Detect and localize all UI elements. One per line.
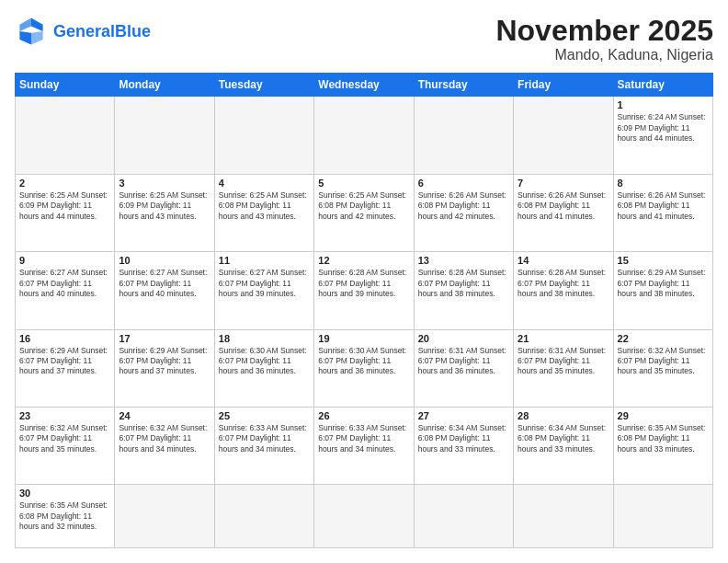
logo-text: GeneralBlue (53, 23, 151, 40)
calendar-cell: 9Sunrise: 6:27 AM Sunset: 6:07 PM Daylig… (16, 252, 115, 329)
calendar-cell: 28Sunrise: 6:34 AM Sunset: 6:08 PM Dayli… (514, 408, 613, 485)
calendar-cell: 26Sunrise: 6:33 AM Sunset: 6:07 PM Dayli… (314, 408, 414, 485)
day-header-friday: Friday (514, 74, 613, 97)
day-number: 14 (518, 255, 609, 266)
day-info: Sunrise: 6:33 AM Sunset: 6:07 PM Dayligh… (318, 423, 409, 454)
calendar-cell: 27Sunrise: 6:34 AM Sunset: 6:08 PM Dayli… (414, 408, 513, 485)
day-info: Sunrise: 6:26 AM Sunset: 6:08 PM Dayligh… (418, 190, 509, 222)
day-number: 25 (219, 410, 310, 421)
calendar-row-5: 30Sunrise: 6:35 AM Sunset: 6:08 PM Dayli… (16, 485, 713, 548)
calendar-cell: 29Sunrise: 6:35 AM Sunset: 6:08 PM Dayli… (613, 408, 712, 485)
day-info: Sunrise: 6:26 AM Sunset: 6:08 PM Dayligh… (518, 190, 609, 222)
day-info: Sunrise: 6:33 AM Sunset: 6:07 PM Dayligh… (219, 423, 310, 454)
day-header-monday: Monday (115, 74, 214, 97)
day-number: 21 (518, 333, 609, 344)
calendar-row-1: 2Sunrise: 6:25 AM Sunset: 6:09 PM Daylig… (16, 174, 713, 251)
calendar-cell: 4Sunrise: 6:25 AM Sunset: 6:08 PM Daylig… (214, 174, 313, 251)
day-number: 1 (618, 99, 709, 110)
day-info: Sunrise: 6:32 AM Sunset: 6:07 PM Dayligh… (618, 346, 709, 377)
day-info: Sunrise: 6:29 AM Sunset: 6:07 PM Dayligh… (119, 346, 210, 377)
calendar-cell (514, 485, 613, 548)
day-info: Sunrise: 6:31 AM Sunset: 6:07 PM Dayligh… (418, 346, 509, 377)
day-info: Sunrise: 6:28 AM Sunset: 6:07 PM Dayligh… (418, 268, 509, 299)
day-info: Sunrise: 6:25 AM Sunset: 6:08 PM Dayligh… (219, 190, 310, 222)
day-header-wednesday: Wednesday (314, 74, 414, 97)
day-info: Sunrise: 6:24 AM Sunset: 6:09 PM Dayligh… (618, 112, 709, 144)
header: GeneralBlue November 2025 Mando, Kaduna,… (15, 15, 713, 63)
day-info: Sunrise: 6:31 AM Sunset: 6:07 PM Dayligh… (518, 346, 609, 377)
day-number: 30 (19, 488, 110, 499)
day-info: Sunrise: 6:35 AM Sunset: 6:08 PM Dayligh… (19, 500, 110, 532)
calendar-cell (514, 97, 613, 174)
month-title: November 2025 (495, 15, 713, 47)
day-info: Sunrise: 6:28 AM Sunset: 6:07 PM Dayligh… (318, 268, 409, 299)
day-number: 22 (618, 333, 709, 344)
calendar-cell (414, 485, 513, 548)
day-number: 4 (219, 178, 310, 189)
day-info: Sunrise: 6:27 AM Sunset: 6:07 PM Dayligh… (219, 268, 310, 299)
calendar-cell: 14Sunrise: 6:28 AM Sunset: 6:07 PM Dayli… (514, 252, 613, 329)
day-number: 29 (618, 410, 709, 421)
day-info: Sunrise: 6:32 AM Sunset: 6:07 PM Dayligh… (19, 423, 110, 454)
day-number: 26 (318, 410, 409, 421)
calendar-row-4: 23Sunrise: 6:32 AM Sunset: 6:07 PM Dayli… (16, 408, 713, 485)
calendar-cell: 23Sunrise: 6:32 AM Sunset: 6:07 PM Dayli… (16, 408, 115, 485)
calendar-cell (16, 97, 115, 174)
day-info: Sunrise: 6:34 AM Sunset: 6:08 PM Dayligh… (418, 423, 509, 454)
day-header-tuesday: Tuesday (214, 74, 313, 97)
calendar-cell: 22Sunrise: 6:32 AM Sunset: 6:07 PM Dayli… (613, 329, 712, 407)
day-info: Sunrise: 6:28 AM Sunset: 6:07 PM Dayligh… (518, 268, 609, 299)
calendar-cell: 1Sunrise: 6:24 AM Sunset: 6:09 PM Daylig… (613, 97, 712, 174)
calendar-cell: 25Sunrise: 6:33 AM Sunset: 6:07 PM Dayli… (214, 408, 313, 485)
calendar-cell: 3Sunrise: 6:25 AM Sunset: 6:09 PM Daylig… (115, 174, 214, 251)
calendar-cell (314, 97, 414, 174)
day-number: 8 (618, 178, 709, 189)
calendar-cell: 20Sunrise: 6:31 AM Sunset: 6:07 PM Dayli… (414, 329, 513, 407)
day-info: Sunrise: 6:34 AM Sunset: 6:08 PM Dayligh… (518, 423, 609, 454)
location-title: Mando, Kaduna, Nigeria (495, 47, 713, 63)
calendar-cell: 15Sunrise: 6:29 AM Sunset: 6:07 PM Dayli… (613, 252, 712, 329)
calendar-cell: 19Sunrise: 6:30 AM Sunset: 6:07 PM Dayli… (314, 329, 414, 407)
day-info: Sunrise: 6:27 AM Sunset: 6:07 PM Dayligh… (19, 268, 110, 299)
day-info: Sunrise: 6:35 AM Sunset: 6:08 PM Dayligh… (618, 423, 709, 454)
day-info: Sunrise: 6:29 AM Sunset: 6:07 PM Dayligh… (19, 346, 110, 377)
day-number: 24 (119, 410, 210, 421)
day-number: 23 (19, 410, 110, 421)
day-number: 18 (219, 333, 310, 344)
calendar-cell: 17Sunrise: 6:29 AM Sunset: 6:07 PM Dayli… (115, 329, 214, 407)
day-header-saturday: Saturday (613, 74, 712, 97)
logo-icon (15, 15, 48, 48)
day-info: Sunrise: 6:30 AM Sunset: 6:07 PM Dayligh… (219, 346, 310, 377)
day-info: Sunrise: 6:29 AM Sunset: 6:07 PM Dayligh… (618, 268, 709, 299)
calendar-row-2: 9Sunrise: 6:27 AM Sunset: 6:07 PM Daylig… (16, 252, 713, 329)
calendar-cell (214, 97, 313, 174)
calendar-cell: 10Sunrise: 6:27 AM Sunset: 6:07 PM Dayli… (115, 252, 214, 329)
calendar-cell: 2Sunrise: 6:25 AM Sunset: 6:09 PM Daylig… (16, 174, 115, 251)
day-info: Sunrise: 6:25 AM Sunset: 6:08 PM Dayligh… (318, 190, 409, 222)
calendar-cell: 13Sunrise: 6:28 AM Sunset: 6:07 PM Dayli… (414, 252, 513, 329)
title-block: November 2025 Mando, Kaduna, Nigeria (495, 15, 713, 63)
calendar-header-row: SundayMondayTuesdayWednesdayThursdayFrid… (16, 74, 713, 97)
day-header-thursday: Thursday (414, 74, 513, 97)
day-number: 13 (418, 255, 509, 266)
day-info: Sunrise: 6:30 AM Sunset: 6:07 PM Dayligh… (318, 346, 409, 377)
day-info: Sunrise: 6:26 AM Sunset: 6:08 PM Dayligh… (618, 190, 709, 222)
page: GeneralBlue November 2025 Mando, Kaduna,… (0, 0, 728, 563)
calendar-cell: 24Sunrise: 6:32 AM Sunset: 6:07 PM Dayli… (115, 408, 214, 485)
day-info: Sunrise: 6:25 AM Sunset: 6:09 PM Dayligh… (19, 190, 110, 222)
day-number: 15 (618, 255, 709, 266)
day-info: Sunrise: 6:27 AM Sunset: 6:07 PM Dayligh… (119, 268, 210, 299)
day-number: 16 (19, 333, 110, 344)
calendar: SundayMondayTuesdayWednesdayThursdayFrid… (15, 73, 713, 548)
day-number: 12 (318, 255, 409, 266)
day-number: 20 (418, 333, 509, 344)
logo: GeneralBlue (15, 15, 151, 48)
calendar-cell: 16Sunrise: 6:29 AM Sunset: 6:07 PM Dayli… (16, 329, 115, 407)
day-info: Sunrise: 6:32 AM Sunset: 6:07 PM Dayligh… (119, 423, 210, 454)
day-number: 28 (518, 410, 609, 421)
calendar-cell (314, 485, 414, 548)
day-number: 19 (318, 333, 409, 344)
calendar-cell (115, 485, 214, 548)
calendar-cell: 8Sunrise: 6:26 AM Sunset: 6:08 PM Daylig… (613, 174, 712, 251)
calendar-cell: 6Sunrise: 6:26 AM Sunset: 6:08 PM Daylig… (414, 174, 513, 251)
